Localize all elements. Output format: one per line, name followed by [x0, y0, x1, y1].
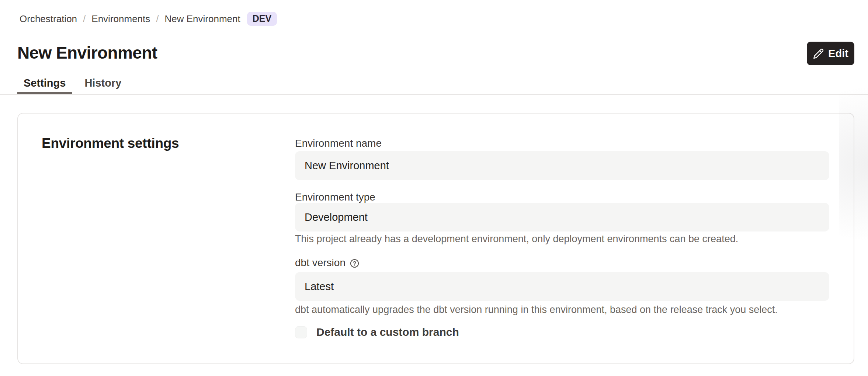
environment-settings-card: Environment settings Environment name Ne… [17, 113, 854, 364]
tab-settings[interactable]: Settings [17, 76, 72, 94]
custom-branch-label: Default to a custom branch [316, 326, 459, 338]
breadcrumb-item-orchestration[interactable]: Orchestration [20, 13, 77, 25]
breadcrumb-separator: / [156, 13, 159, 25]
tab-bar: Settings History [17, 76, 128, 94]
environment-dev-badge: DEV [247, 12, 277, 25]
page-title: New Environment [17, 43, 157, 63]
dbt-version-label: dbt version [295, 257, 829, 269]
dbt-version-helper: dbt automatically upgrades the dbt versi… [295, 304, 841, 316]
environment-name-label-text: Environment name [295, 137, 382, 150]
dbt-version-input[interactable]: Latest [295, 272, 829, 301]
environment-type-input[interactable]: Development [295, 203, 829, 231]
environment-name-input[interactable]: New Environment [295, 151, 829, 180]
card-heading: Environment settings [42, 136, 179, 151]
environment-type-helper: This project already has a development e… [295, 233, 841, 245]
environment-type-label: Environment type [295, 191, 829, 203]
environment-name-label: Environment name [295, 137, 829, 150]
breadcrumb-item-environments[interactable]: Environments [91, 13, 150, 25]
pencil-icon [813, 48, 824, 59]
dbt-version-label-text: dbt version [295, 257, 346, 269]
breadcrumb-separator: / [83, 13, 86, 25]
breadcrumb: Orchestration / Environments / New Envir… [20, 10, 277, 27]
edit-button[interactable]: Edit [807, 42, 854, 65]
tab-history[interactable]: History [78, 76, 128, 94]
breadcrumb-item-current: New Environment [165, 13, 240, 25]
edit-button-label: Edit [828, 48, 848, 60]
environment-type-label-text: Environment type [295, 191, 375, 203]
tab-divider [0, 94, 868, 95]
custom-branch-checkbox[interactable] [295, 326, 307, 338]
custom-branch-row: Default to a custom branch [295, 326, 459, 338]
question-circle-icon[interactable] [350, 258, 360, 268]
